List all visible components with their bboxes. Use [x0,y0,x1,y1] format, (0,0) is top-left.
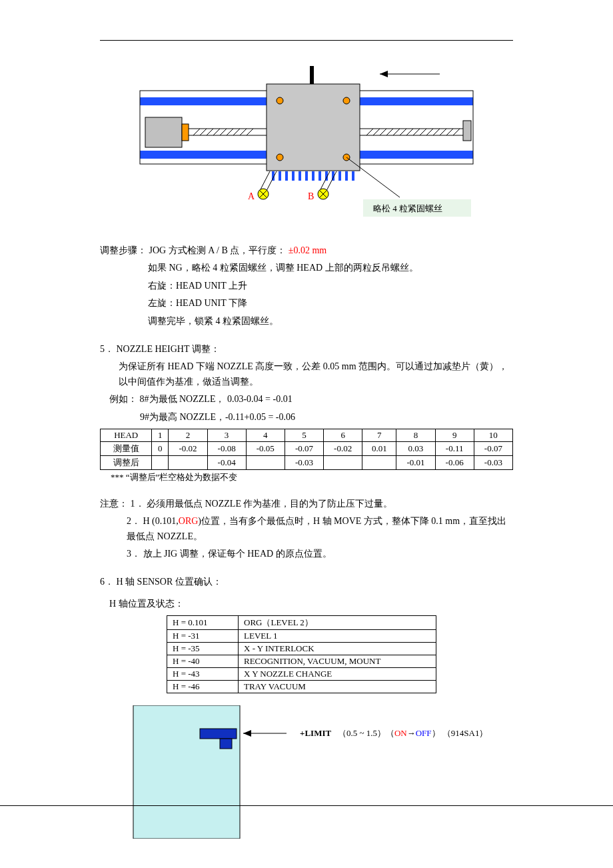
adjust-line3: 右旋：HEAD UNIT 上升 [100,279,513,293]
svg-line-25 [426,129,433,135]
s6-sub: H 轴位置及状态： [100,597,513,611]
svg-line-9 [207,129,213,135]
svg-line-8 [200,129,207,135]
svg-rect-66 [220,739,232,749]
svg-marker-68 [243,730,251,737]
adjust-line4: 左旋：HEAD UNIT 下降 [100,296,513,311]
svg-line-28 [446,129,453,135]
bottom-rule [0,805,613,806]
svg-line-7 [193,129,200,135]
svg-line-29 [453,129,460,135]
svg-point-37 [277,154,283,161]
limit-range: （0.5 ~ 1.5）（ [338,728,394,738]
note-1: 1． 必须用最低点 NOZZLE 作为基准，目的为了防止压下过量。 [131,499,393,509]
svg-line-13 [233,129,240,135]
notes-label: 注意： [100,499,128,509]
s5-ex1: 8#为最低 NOZZLE， 0.03-0.04 = -0.01 [140,394,293,404]
page: A B 略松 4 粒紧固螺丝 调整步骤： JOG 方式检测 A / B 点，平行… [0,0,613,868]
h-table: H = 0.101ORG（LEVEL 2） H = -31LEVEL 1 H =… [167,615,436,693]
svg-line-22 [406,129,413,135]
limit-off: OFF [416,728,432,738]
svg-line-21 [400,129,406,135]
adjust-line5: 调整完毕，锁紧 4 粒紧固螺丝。 [100,314,513,329]
svg-marker-32 [380,71,388,77]
svg-line-18 [380,129,386,135]
s6-heading: 6． H 轴 SENSOR 位置确认： [100,575,513,589]
note-2-org: ORG [179,516,199,526]
note-3: 3． 放上 JIG 调整，保证每个 HEAD 的原点位置。 [100,547,513,561]
svg-line-20 [393,129,400,135]
svg-line-23 [413,129,420,135]
note-2-pre: 2． H (0.101, [127,516,179,526]
head-table-header-row: HEAD1 23 45 67 89 10 [101,429,513,441]
adjust-title: 调整步骤： [100,245,147,255]
limit-close: ） （914SA1） [432,728,488,738]
svg-rect-4 [182,124,189,141]
s5-body: 为保证所有 HEAD 下端 NOZZLE 高度一致，公差 0.05 mm 范围内… [100,359,513,389]
s5-ex-label: 例如： [109,394,137,404]
limit-label: +LIMIT （0.5 ~ 1.5）（ON→OFF） （914SA1） [300,727,488,739]
callout-text: 略松 4 粒紧固螺丝 [373,203,442,213]
svg-rect-3 [145,117,182,147]
svg-line-14 [240,129,247,135]
head-table-adjust-row: 调整后 -0.04 -0.03 -0.01 -0.06-0.03 [101,455,513,469]
svg-line-10 [213,129,220,135]
adjust-tolerance: ±0.02 mm [289,245,326,255]
adjust-line2: 如果 NG，略松 4 粒紧固螺丝，调整 HEAD 上部的两粒反吊螺丝。 [100,261,513,275]
section-5: 5． NOZZLE HEIGHT 调整： 为保证所有 HEAD 下端 NOZZL… [100,342,513,425]
svg-line-15 [247,129,253,135]
svg-rect-64 [133,705,240,839]
notes-block: 注意： 1． 必须用最低点 NOZZLE 作为基准，目的为了防止压下过量。 2．… [100,497,513,562]
diagram-head-unit: A B 略松 4 粒紧固螺丝 [100,54,513,230]
svg-rect-30 [463,121,471,141]
s5-ex2: 9#为最高 NOZZLE，-0.11+0.05 = -0.06 [100,410,513,425]
s5-heading: 5． NOZZLE HEIGHT 调整： [100,342,513,357]
svg-line-12 [227,129,233,135]
head-table-measure-row: 测量值 0-0.02 -0.08-0.05 -0.07-0.02 0.010.0… [101,441,513,455]
top-rule [100,40,513,41]
svg-point-36 [343,97,350,104]
svg-line-11 [220,129,227,135]
limit-arrow: → [407,728,416,738]
svg-line-24 [420,129,426,135]
head-table: HEAD1 23 45 67 89 10 测量值 0-0.02 -0.08-0.… [100,429,513,470]
svg-rect-65 [200,729,237,739]
limit-on: ON [394,728,407,738]
svg-line-27 [440,129,446,135]
limit-bold: +LIMIT [300,728,331,738]
label-a: A [248,191,255,201]
svg-line-17 [373,129,380,135]
adjust-line1-pre: JOG 方式检测 A / B 点，平行度： [149,245,287,255]
adjust-steps: 调整步骤： JOG 方式检测 A / B 点，平行度： ±0.02 mm 如果 … [100,243,513,329]
svg-line-16 [366,129,373,135]
svg-point-35 [277,97,283,104]
svg-line-19 [386,129,393,135]
label-b: B [308,191,314,201]
head-table-note: *** “调整后”栏空格处为数据不变 [111,471,513,483]
svg-line-26 [433,129,440,135]
diagram-sensor: +LIMIT （0.5 ~ 1.5）（ON→OFF） （914SA1） [100,705,513,839]
svg-rect-33 [310,66,314,86]
section-6: 6． H 轴 SENSOR 位置确认： H 轴位置及状态： H = 0.101O… [100,575,513,693]
